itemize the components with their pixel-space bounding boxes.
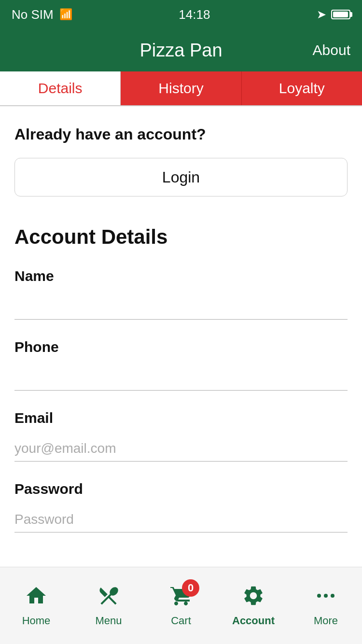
name-field-group: Name — [14, 268, 348, 320]
tab-loyalty[interactable]: Loyalty — [241, 71, 362, 105]
name-input[interactable] — [14, 294, 348, 320]
svg-point-0 — [317, 594, 321, 598]
more-icon — [314, 584, 337, 611]
password-input[interactable] — [14, 507, 348, 532]
nav-account[interactable]: Account — [217, 584, 290, 627]
nav-menu[interactable]: Menu — [72, 584, 145, 627]
password-field-group: Password — [14, 481, 348, 532]
already-account-text: Already have an account? — [14, 126, 348, 143]
nav-account-label: Account — [232, 615, 275, 627]
nav-more[interactable]: More — [290, 584, 362, 627]
carrier-label: No SIM — [12, 7, 54, 22]
account-details-title: Account Details — [14, 225, 348, 249]
about-button[interactable]: About — [313, 42, 350, 58]
status-bar: No SIM 📶 14:18 ➤ — [0, 0, 362, 29]
nav-home-label: Home — [22, 615, 51, 627]
svg-point-2 — [331, 594, 334, 598]
tab-loyalty-label: Loyalty — [279, 80, 325, 97]
password-label: Password — [14, 481, 348, 497]
nav-cart-label: Cart — [171, 615, 191, 627]
cart-wrapper: 0 — [169, 584, 193, 611]
time-label: 14:18 — [179, 7, 210, 22]
battery-fill — [333, 12, 348, 17]
phone-input[interactable] — [14, 365, 348, 391]
svg-point-1 — [324, 594, 328, 598]
name-label: Name — [14, 268, 348, 284]
home-icon — [25, 584, 48, 611]
phone-label: Phone — [14, 339, 348, 355]
battery-icon — [331, 10, 350, 19]
phone-field-group: Phone — [14, 339, 348, 391]
nav-cart[interactable]: 0 Cart — [145, 584, 217, 627]
login-button[interactable]: Login — [14, 158, 348, 196]
account-icon — [242, 584, 265, 611]
nav-more-label: More — [314, 615, 338, 627]
tab-bar: Details History Loyalty — [0, 71, 362, 106]
status-right: ➤ — [317, 8, 350, 21]
location-icon: ➤ — [317, 8, 326, 21]
tab-history-label: History — [158, 80, 203, 97]
email-field-group: Email — [14, 410, 348, 462]
status-left: No SIM 📶 — [12, 7, 72, 22]
main-content: Already have an account? Login Account D… — [0, 106, 362, 644]
bottom-nav: Home Menu 0 Cart Account — [0, 567, 362, 644]
header: Pizza Pan About — [0, 29, 362, 71]
nav-home[interactable]: Home — [0, 584, 72, 627]
wifi-icon: 📶 — [59, 8, 72, 21]
cart-badge: 0 — [182, 579, 199, 597]
email-label: Email — [14, 410, 348, 426]
cart-icon: 0 — [169, 584, 193, 611]
app-title: Pizza Pan — [139, 40, 222, 61]
nav-menu-label: Menu — [95, 615, 122, 627]
tab-history[interactable]: History — [121, 71, 241, 105]
tab-details[interactable]: Details — [0, 71, 121, 105]
email-input[interactable] — [14, 436, 348, 462]
tab-details-label: Details — [38, 80, 83, 97]
menu-icon — [97, 584, 120, 611]
